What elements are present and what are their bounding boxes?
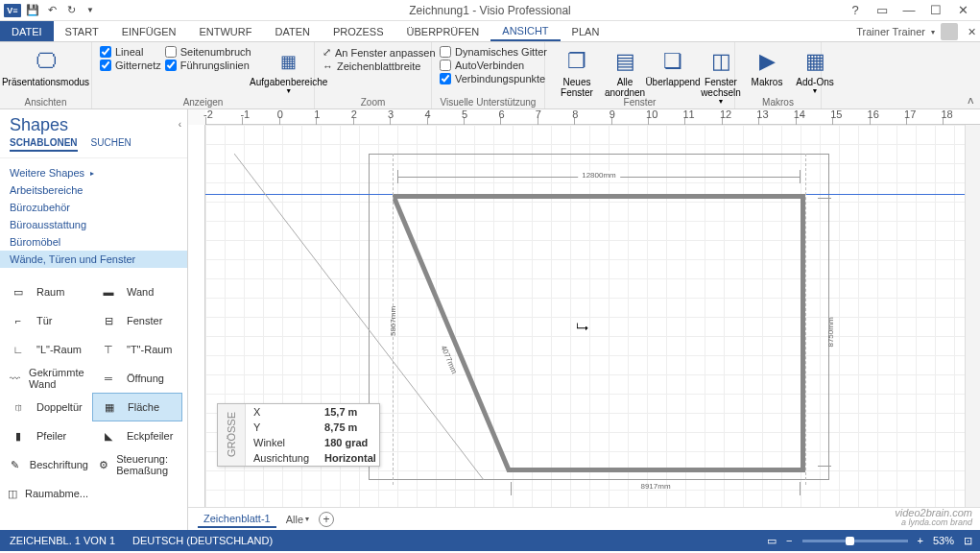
tab-design[interactable]: ENTWURF <box>187 21 263 41</box>
category-item[interactable]: Arbeitsbereiche <box>0 181 187 199</box>
page-indicator[interactable]: ZEICHENBL. 1 VON 1 <box>10 535 115 546</box>
page-width-button[interactable]: ↔Zeichenblattbreite <box>323 60 436 72</box>
tab-view[interactable]: ANSICHT <box>490 21 560 41</box>
cascade-button[interactable]: ❏Überlappend <box>649 44 697 89</box>
shape-label: Wand <box>127 286 154 298</box>
stencil-categories: Weitere Shapes▸ Arbeitsbereiche Bürozube… <box>0 158 187 274</box>
horizontal-ruler: -2-10123456789101112131415161718 <box>205 109 980 125</box>
shape-icon: ∟ <box>6 340 31 359</box>
tab-start[interactable]: START <box>54 21 110 41</box>
group-zoom-label: Zoom <box>315 97 431 108</box>
macros-icon: ▶ <box>752 46 782 77</box>
search-tab[interactable]: SUCHEN <box>91 137 131 152</box>
shape-fl-che[interactable]: ▦Fläche <box>92 393 182 421</box>
sheet-tab-1[interactable]: Zeichenblatt-1 <box>198 511 276 528</box>
fit-window-button[interactable]: ⤢An Fenster anpassen <box>323 46 436 59</box>
group-window-label: Fenster <box>545 97 734 108</box>
presentation-mode-button[interactable]: 🖵 Präsentationsmodus <box>8 44 84 89</box>
shape-label: "L"-Raum <box>36 344 82 355</box>
app-icon: V≡ <box>4 4 21 17</box>
redo-icon[interactable]: ↻ <box>63 3 79 18</box>
save-icon[interactable]: 💾 <box>25 3 40 18</box>
shapes-title: Shapes <box>0 109 187 137</box>
taskpanes-button[interactable]: ▦ Aufgabenbereiche ▼ <box>255 44 323 96</box>
size-position-window[interactable]: GRÖSSE X15,7 m Y8,75 m Winkel180 grad Au… <box>217 403 380 467</box>
shape-icon: ▭ <box>6 282 31 301</box>
macros-button[interactable]: ▶Makros <box>743 44 791 89</box>
zoom-level[interactable]: 53% <box>933 535 954 546</box>
zoom-out-icon[interactable]: − <box>786 535 792 546</box>
shape-raumabme-[interactable]: ◫Raumabme... <box>2 479 92 508</box>
ribbon-options-icon[interactable]: ▭ <box>872 3 892 17</box>
shape-label: Öffnung <box>127 373 164 384</box>
arrange-all-button[interactable]: ▤Alle anordnen <box>601 44 649 100</box>
category-item[interactable]: Bürozubehör <box>0 199 187 216</box>
category-item-walls[interactable]: Wände, Türen und Fenster <box>0 251 187 268</box>
shape--ffnung[interactable]: ═Öffnung <box>92 364 182 393</box>
shape-raum[interactable]: ▭Raum <box>2 277 92 306</box>
shapes-grid: ▭Raum▬Wand⌐Tür⊟Fenster∟"L"-Raum⊤"T"-Raum… <box>0 274 187 512</box>
arrange-icon: ▤ <box>610 46 640 77</box>
zoom-slider[interactable] <box>802 540 908 542</box>
add-sheet-button[interactable]: + <box>319 512 334 527</box>
ruler-checkbox[interactable]: Lineal <box>100 46 161 58</box>
autoconnect-checkbox[interactable]: AutoVerbinden <box>440 60 547 71</box>
shape--t-raum[interactable]: ⊤"T"-Raum <box>92 335 182 364</box>
drawing-canvas[interactable]: 12800mm 8750mm 8917mm 5867mm 4077mm ⮡ GR… <box>205 125 965 507</box>
width-icon: ↔ <box>323 60 333 72</box>
tab-process[interactable]: PROZESS <box>322 21 395 41</box>
switch-icon: ◫ <box>705 46 736 77</box>
shape-pfeiler[interactable]: ▮Pfeiler <box>2 421 92 450</box>
shapes-collapse-icon[interactable]: ‹ <box>179 119 181 130</box>
minimize-icon[interactable]: — <box>899 3 919 17</box>
avatar[interactable] <box>941 23 958 40</box>
qat-dropdown-icon[interactable]: ▼ <box>83 3 98 18</box>
shape-gekr-mmte-wand[interactable]: 〰Gekrümmte Wand <box>2 364 92 393</box>
connection-points-checkbox[interactable]: Verbindungspunkte <box>440 73 547 84</box>
fit-page-icon[interactable]: ⊡ <box>964 535 972 547</box>
guides-checkbox[interactable]: Führungslinien <box>165 60 251 71</box>
sheets-all-dropdown[interactable]: Alle▾ <box>286 514 309 525</box>
maximize-icon[interactable]: ☐ <box>926 3 945 17</box>
stencils-tab[interactable]: SCHABLONEN <box>10 137 78 152</box>
shape-icon: ▬ <box>96 282 121 301</box>
shape-steuerung-bema-ung[interactable]: ⚙Steuerung: Bemaßung <box>92 450 182 479</box>
dimension-bottom: 8917mm <box>511 482 801 495</box>
category-item[interactable]: Büromöbel <box>0 233 187 251</box>
shape-t-r[interactable]: ⌐Tür <box>2 306 92 335</box>
shape-label: Eckpfeiler <box>127 430 173 442</box>
shape-beschriftung[interactable]: ✎Beschriftung <box>2 450 92 479</box>
tab-plan[interactable]: PLAN <box>561 21 611 41</box>
language-indicator[interactable]: DEUTSCH (DEUTSCHLAND) <box>132 535 273 546</box>
tab-review[interactable]: ÜBERPRÜFEN <box>395 21 491 41</box>
shape-label: Raumabme... <box>25 488 88 499</box>
collapse-ribbon-icon[interactable]: ʌ <box>968 94 974 107</box>
shape-doppelt-r[interactable]: ⎅Doppeltür <box>2 393 92 421</box>
tab-file[interactable]: DATEI <box>0 21 54 41</box>
pagebreaks-checkbox[interactable]: Seitenumbruch <box>165 46 251 58</box>
vertical-scrollbar[interactable] <box>965 125 980 507</box>
shape--l-raum[interactable]: ∟"L"-Raum <box>2 335 92 364</box>
close-doc-icon[interactable]: ✕ <box>968 26 976 38</box>
tab-insert[interactable]: EINFÜGEN <box>110 21 188 41</box>
category-item[interactable]: Büroausstattung <box>0 216 187 233</box>
zoom-in-icon[interactable]: + <box>918 535 923 546</box>
new-window-button[interactable]: ❐Neues Fenster <box>553 44 601 100</box>
grid-checkbox[interactable]: Gitternetz <box>100 60 161 71</box>
addons-button[interactable]: ▦Add-Ons▼ <box>791 44 839 96</box>
presentation-label: Präsentationsmodus <box>2 77 89 87</box>
fullscreen-icon[interactable]: ▭ <box>767 535 777 547</box>
shape-eckpfeiler[interactable]: ◣Eckpfeiler <box>92 421 182 450</box>
close-icon[interactable]: ✕ <box>953 3 972 17</box>
dynamic-grid-checkbox[interactable]: Dynamisches Gitter <box>440 46 547 58</box>
presentation-icon: 🖵 <box>31 46 61 77</box>
shape-icon: ✎ <box>6 455 24 474</box>
shape-fenster[interactable]: ⊟Fenster <box>92 306 182 335</box>
user-name[interactable]: Trainer Trainer <box>856 26 925 37</box>
tab-data[interactable]: DATEN <box>263 21 321 41</box>
undo-icon[interactable]: ↶ <box>44 3 60 18</box>
more-shapes-item[interactable]: Weitere Shapes▸ <box>0 164 187 181</box>
shape-icon: ◫ <box>6 484 19 503</box>
shape-wand[interactable]: ▬Wand <box>92 277 182 306</box>
help-icon[interactable]: ? <box>846 3 865 17</box>
